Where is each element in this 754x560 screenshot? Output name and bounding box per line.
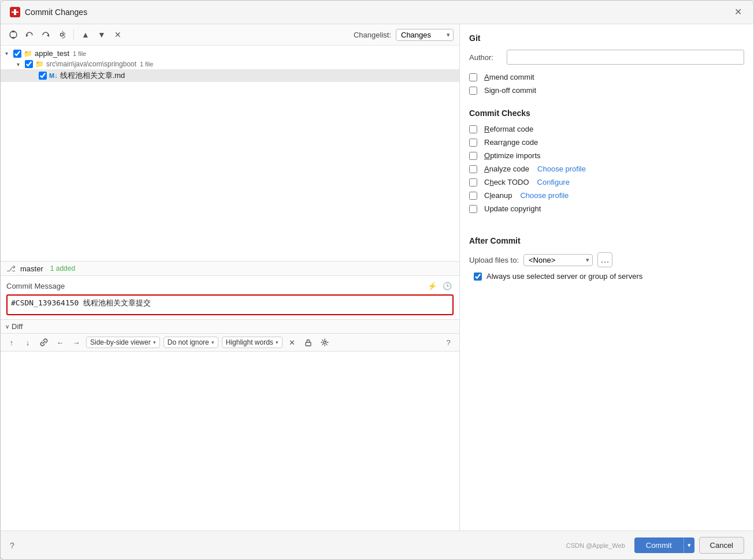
down-button[interactable]: ▼ xyxy=(95,28,109,42)
section-divider1 xyxy=(469,99,744,109)
svg-rect-1 xyxy=(14,9,16,15)
dialog-title: Commit Changes xyxy=(25,8,732,17)
always-use-checkbox[interactable] xyxy=(474,272,482,281)
commit-message-tools: ⚡ 🕒 xyxy=(426,279,454,292)
diff-nav-down[interactable]: ↓ xyxy=(21,336,34,349)
commit-button[interactable]: Commit xyxy=(634,537,684,553)
watermark: CSDN @Apple_Web xyxy=(566,542,625,549)
analyze-code-profile-link[interactable]: Choose profile xyxy=(537,165,586,173)
analyze-code-checkbox[interactable] xyxy=(469,165,477,173)
optimize-imports-checkbox[interactable] xyxy=(469,152,477,160)
always-use-label: Always use selected server or group of s… xyxy=(486,272,642,281)
amend-commit-checkbox[interactable] xyxy=(469,73,477,81)
tree-item-root[interactable]: ▾ 📁 apple_test 1 file xyxy=(1,48,459,59)
cleanup-profile-link[interactable]: Choose profile xyxy=(520,191,569,200)
redo-button[interactable] xyxy=(39,28,53,42)
check-todo-checkbox[interactable] xyxy=(469,178,477,186)
commit-changes-dialog: Commit Changes ✕ ▲ ▼ xyxy=(0,0,754,560)
diff-toggle[interactable]: ∨ Diff xyxy=(5,322,23,331)
cleanup-checkbox[interactable] xyxy=(469,192,477,200)
upload-more-button[interactable]: … xyxy=(597,252,612,267)
commit-message-input[interactable]: #CSDN_139364150 线程池相关文章提交 xyxy=(6,294,454,315)
changelist-section: Changelist: Changes xyxy=(354,29,454,41)
viewer-label: Side-by-side viewer xyxy=(90,338,151,346)
amend-commit-label[interactable]: Amend commit xyxy=(484,73,534,81)
update-copyright-checkbox[interactable] xyxy=(469,205,477,213)
always-use-row: Always use selected server or group of s… xyxy=(469,272,744,281)
tree-item-subfolder[interactable]: ▾ 📁 src\main\java\com\springboot 1 file xyxy=(1,59,459,69)
cancel-button[interactable]: Cancel xyxy=(699,537,744,554)
analyze-code-row: Analyze code Choose profile xyxy=(469,165,744,173)
changelist-select[interactable]: Changes xyxy=(396,29,454,41)
diff-toolbar: ↑ ↓ ← → Side-by-side viewer ▾ Do not ign… xyxy=(1,334,459,352)
clear-button[interactable]: ✕ xyxy=(111,28,125,42)
right-panel: Git Author: Amend commit Sign-off commit… xyxy=(460,24,753,531)
bottom-bar: ? CSDN @Apple_Web Commit ▾ Cancel xyxy=(1,531,753,559)
svg-point-6 xyxy=(61,33,64,36)
undo-button[interactable] xyxy=(23,28,36,42)
tree-badge-root: 1 file xyxy=(73,50,86,57)
reformat-code-checkbox[interactable] xyxy=(469,125,477,133)
diff-header: ∨ Diff xyxy=(1,320,459,334)
diff-lock-icon[interactable] xyxy=(302,336,315,349)
tree-item-file[interactable]: ▾ M↓ 线程池相关文章.md xyxy=(1,69,459,82)
cleanup-row: Cleanup Choose profile xyxy=(469,191,744,200)
tree-checkbox-root[interactable] xyxy=(13,50,21,58)
author-input[interactable] xyxy=(507,50,744,65)
view-options-button[interactable] xyxy=(55,28,69,42)
close-button[interactable]: ✕ xyxy=(732,6,744,18)
reformat-code-label: Reformat code xyxy=(484,125,533,133)
diff-toggle-arrow: ∨ xyxy=(5,323,9,330)
upload-select-wrapper: <None> xyxy=(523,254,593,266)
analyze-code-label: Analyze code xyxy=(484,165,529,173)
commit-button-group: Commit ▾ xyxy=(634,537,694,553)
diff-back[interactable]: ← xyxy=(54,336,66,349)
after-commit-section: After Commit Upload files to: <None> … A… xyxy=(469,236,744,281)
commit-message-tool1[interactable]: ⚡ xyxy=(426,279,439,292)
diff-nav-up[interactable]: ↑ xyxy=(5,336,18,349)
svg-marker-5 xyxy=(47,34,49,37)
update-button[interactable] xyxy=(6,28,20,42)
diff-settings-icon[interactable] xyxy=(318,336,331,349)
tree-badge-subfolder: 1 file xyxy=(140,61,153,68)
sign-off-row: Sign-off commit xyxy=(469,86,744,95)
highlight-label: Highlight words xyxy=(226,338,273,346)
tree-checkbox-file[interactable] xyxy=(39,72,47,80)
tree-label-file: 线程池相关文章.md xyxy=(60,70,125,81)
up-button[interactable]: ▲ xyxy=(79,28,92,42)
optimize-imports-row: Optimize imports xyxy=(469,151,744,160)
toolbar-separator xyxy=(73,29,74,40)
rearrange-code-checkbox[interactable] xyxy=(469,139,477,147)
commit-message-tool2[interactable]: 🕒 xyxy=(441,279,454,292)
sign-off-checkbox[interactable] xyxy=(469,87,477,95)
branch-name: master xyxy=(20,264,43,273)
main-content: ▲ ▼ ✕ Changelist: Changes ▾ xyxy=(1,24,753,531)
commit-message-label: Commit Message xyxy=(6,282,65,290)
commit-dropdown-button[interactable]: ▾ xyxy=(684,537,694,553)
folder-icon: 📁 xyxy=(24,50,32,58)
author-row: Author: xyxy=(469,50,744,65)
left-panel: ▲ ▼ ✕ Changelist: Changes ▾ xyxy=(1,24,460,531)
status-bar: ⎇ master 1 added xyxy=(1,261,459,276)
tree-label-subfolder: src\main\java\com\springboot xyxy=(46,60,136,68)
viewer-select[interactable]: Side-by-side viewer ▾ xyxy=(86,337,160,348)
viewer-arrow: ▾ xyxy=(153,339,156,345)
diff-help-icon[interactable]: ? xyxy=(442,336,455,349)
diff-label: Diff xyxy=(12,322,23,331)
commit-checks-title: Commit Checks xyxy=(469,109,744,118)
tree-arrow-subfolder: ▾ xyxy=(17,61,25,68)
help-icon[interactable]: ? xyxy=(10,541,14,550)
toolbar: ▲ ▼ ✕ Changelist: Changes xyxy=(1,24,459,46)
highlight-select[interactable]: Highlight words ▾ xyxy=(222,337,283,348)
upload-select[interactable]: <None> xyxy=(523,254,593,266)
check-todo-configure-link[interactable]: Configure xyxy=(537,178,570,186)
upload-row: Upload files to: <None> … xyxy=(469,252,744,267)
after-commit-title: After Commit xyxy=(469,236,744,245)
ignore-arrow: ▾ xyxy=(211,339,214,345)
diff-close-icon[interactable]: ✕ xyxy=(286,336,299,349)
diff-link-icon[interactable] xyxy=(38,336,50,349)
rearrange-code-row: Rearrange code xyxy=(469,138,744,147)
diff-forward[interactable]: → xyxy=(70,336,83,349)
tree-checkbox-subfolder[interactable] xyxy=(25,60,33,68)
ignore-select[interactable]: Do not ignore ▾ xyxy=(164,337,218,348)
